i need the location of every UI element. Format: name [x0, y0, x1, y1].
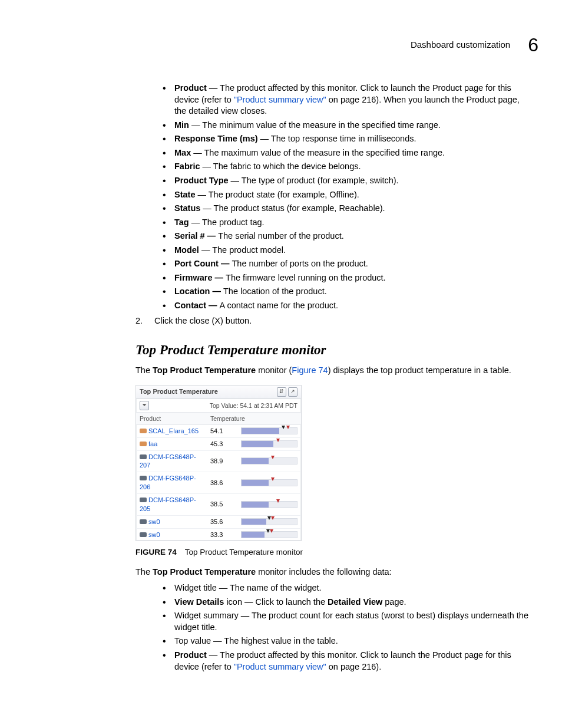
product-link[interactable]: sw0	[148, 518, 160, 525]
term: Port Count —	[174, 259, 232, 268]
device-icon	[140, 476, 147, 480]
term: State	[174, 190, 195, 199]
product-link[interactable]: sw0	[148, 531, 160, 538]
term: Status	[174, 203, 200, 213]
running-header: Dashboard customization 6	[411, 35, 538, 54]
table-row: sw033.3	[136, 529, 301, 541]
term: Product Type	[174, 176, 229, 185]
col-header-temperature: Temperature	[207, 413, 237, 424]
step-number: 2.	[135, 315, 150, 327]
view-details-icon[interactable]: ↗	[288, 387, 297, 397]
includes-paragraph: The Top Product Temperature monitor incl…	[135, 566, 533, 578]
temperature-value: 38.6	[207, 477, 237, 489]
device-icon	[140, 519, 147, 524]
table-row: faa45.3	[136, 438, 301, 451]
device-icon	[140, 454, 147, 459]
table-row: SCAL_Elara_16554.1	[136, 425, 301, 438]
threshold-marker-icon	[271, 477, 275, 481]
product-cell[interactable]: DCM-FGS648P-206	[136, 473, 207, 493]
list-item: Widget title — The name of the widget.	[163, 582, 533, 594]
list-item: Min — The minimum value of the measure i…	[163, 120, 533, 131]
gauge-bar	[241, 501, 297, 508]
list-item: Tag — The product tag.	[163, 217, 533, 229]
term: Location —	[174, 286, 223, 296]
temperature-value: 33.3	[207, 529, 237, 541]
table-row: DCM-FGS648P-20738.9	[136, 451, 301, 473]
chapter-number: 6	[528, 35, 538, 54]
gauge-bar	[241, 518, 297, 525]
product-link[interactable]: DCM-FGS648P-205	[140, 496, 196, 512]
widget-title: Top Product Temperature	[140, 387, 218, 396]
product-cell[interactable]: faa	[136, 439, 207, 450]
temperature-value: 45.3	[207, 439, 237, 450]
product-link[interactable]: DCM-FGS648P-206	[140, 475, 196, 490]
gauge-bar	[241, 440, 297, 447]
filter-icon[interactable]: ⏷	[140, 401, 149, 410]
list-item: Max — The maximum value of the measure i…	[163, 147, 533, 159]
list-item: Location — The location of the product.	[163, 286, 533, 298]
term: Model	[174, 245, 199, 255]
threshold-marker-icon	[286, 426, 290, 429]
step-2: 2. Click the close (X) button.	[135, 315, 533, 327]
list-item: Product — The product affected by this m…	[163, 83, 533, 117]
threshold-marker-icon	[282, 426, 285, 429]
widget-table-header: Product Temperature	[136, 413, 301, 425]
threshold-marker-icon	[270, 529, 273, 533]
list-item: Contact — A contact name for the product…	[163, 300, 533, 312]
term: Detailed View	[328, 597, 382, 607]
term: Response Time (ms)	[174, 134, 258, 143]
cross-ref-link[interactable]: "Product summary view"	[234, 95, 326, 104]
product-cell[interactable]: sw0	[136, 529, 207, 541]
widget-header-icons: ⇵ ↗	[277, 387, 297, 397]
definition-list-2: Widget title — The name of the widget.Vi…	[135, 582, 533, 673]
gauge-bar	[241, 427, 297, 434]
product-cell[interactable]: DCM-FGS648P-207	[136, 452, 207, 472]
term: Contact —	[174, 301, 220, 310]
temperature-value: 38.9	[207, 456, 237, 467]
term: Product	[174, 650, 207, 660]
list-item: Serial # — The serial number of the prod…	[163, 230, 533, 242]
product-cell[interactable]: DCM-FGS648P-205	[136, 495, 207, 515]
temperature-value: 35.6	[207, 516, 237, 528]
threshold-marker-icon	[276, 499, 280, 503]
list-item: Widget summary — The product count for e…	[163, 610, 533, 633]
threshold-marker-icon	[271, 456, 275, 459]
term: View Details	[174, 597, 224, 607]
expand-icon[interactable]: ⇵	[277, 387, 286, 397]
device-icon	[140, 429, 147, 433]
term: Min	[174, 120, 189, 130]
term: Serial # —	[174, 231, 218, 241]
gauge-bar	[241, 457, 297, 465]
term: Fabric	[174, 162, 200, 171]
list-item: View Details icon — Click to launch the …	[163, 597, 533, 608]
figure-number: FIGURE 74	[135, 548, 177, 556]
threshold-marker-icon	[271, 516, 275, 520]
term: Firmware —	[174, 273, 226, 282]
device-icon	[140, 532, 147, 537]
device-icon	[140, 498, 147, 502]
figure-ref-link[interactable]: Figure 74	[292, 365, 328, 375]
widget-top-value: Top Value: 54.1 at 2:31 AM PDT	[210, 401, 297, 410]
device-icon	[140, 442, 147, 446]
term: Max	[174, 148, 191, 157]
product-link[interactable]: DCM-FGS648P-207	[140, 453, 196, 469]
list-item: Product — The product affected by this m…	[163, 650, 533, 673]
product-cell[interactable]: sw0	[136, 516, 207, 528]
product-link[interactable]: faa	[148, 440, 157, 447]
widget-subheader: ⏷ Top Value: 54.1 at 2:31 AM PDT	[136, 399, 301, 413]
temperature-value: 38.5	[207, 499, 237, 510]
list-item: State — The product state (for example, …	[163, 189, 533, 201]
table-row: DCM-FGS648P-20538.5	[136, 494, 301, 516]
temperature-widget: Top Product Temperature ⇵ ↗ ⏷ Top Value:…	[135, 385, 302, 542]
table-row: DCM-FGS648P-20638.6	[136, 472, 301, 494]
product-link[interactable]: SCAL_Elara_165	[148, 427, 199, 434]
cross-ref-link[interactable]: "Product summary view"	[234, 662, 326, 671]
gauge-bar	[241, 531, 297, 538]
product-cell[interactable]: SCAL_Elara_165	[136, 426, 207, 437]
term: Product	[174, 83, 207, 93]
definition-list-1: Product — The product affected by this m…	[135, 83, 533, 312]
step-text: Click the close (X) button.	[154, 316, 252, 325]
temperature-value: 54.1	[207, 426, 237, 437]
widget-header: Top Product Temperature ⇵ ↗	[136, 386, 301, 399]
list-item: Port Count — The number of ports on the …	[163, 258, 533, 270]
